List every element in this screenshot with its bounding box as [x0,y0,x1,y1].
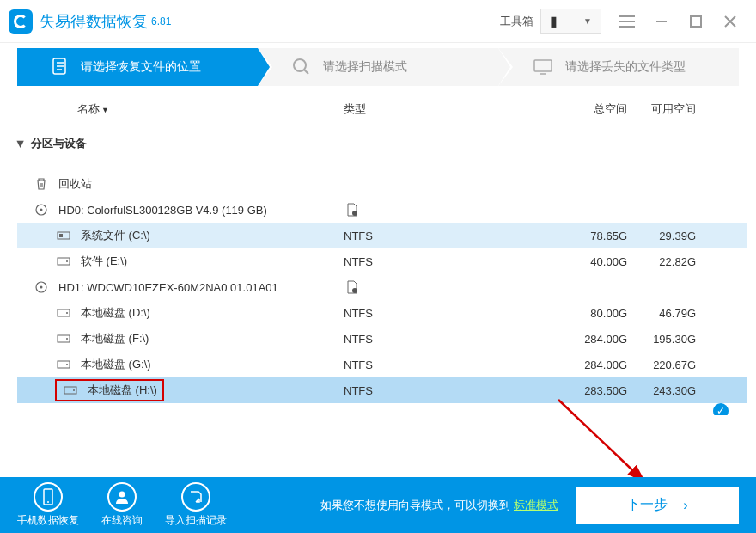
tree-row-g[interactable]: 本地磁盘 (G:\) NTFS 284.00G 220.67G [17,352,747,377]
chevron-down-icon: ▼ [583,16,592,26]
svg-point-2 [294,59,306,71]
svg-rect-0 [691,16,701,27]
user-dropdown[interactable]: ▮ ▼ [540,9,601,34]
col-name[interactable]: 名称▼ [17,101,344,117]
section-lost[interactable]: ▶ 丢失的分区 [17,408,747,415]
wizard-steps: 请选择恢复文件的位置 请选择扫描模式 请选择丢失的文件类型 [17,48,739,86]
titlebar: 失易得数据恢复 6.81 工具箱 ▮ ▼ [0,0,756,43]
caret-icon: ▶ [16,140,26,147]
phone-recovery-button[interactable]: 手机数据恢复 [17,482,79,528]
step-label: 请选择恢复文件的位置 [81,59,201,75]
step-location[interactable]: 请选择恢复文件的位置 [17,48,258,86]
disk-icon [33,279,50,296]
step-filetype[interactable]: 请选择丢失的文件类型 [498,48,739,86]
menu-button[interactable] [610,4,644,39]
drive-icon [55,356,72,373]
minimize-button[interactable] [644,4,679,39]
svg-point-10 [66,260,68,262]
hamburger-icon [619,15,635,28]
import-icon [181,482,210,512]
maximize-button[interactable] [679,4,713,39]
svg-point-5 [40,209,43,211]
tree-row-h-wrap: 本地磁盘 (H:\) NTFS 283.50G 243.30G ✓ [17,377,747,403]
partition-tree: ▶ 分区与设备 回收站 HD0: ColorfulSL300128GB V4.9… [0,126,756,415]
col-free[interactable]: 可用空间 [627,101,739,117]
search-icon [292,58,311,77]
bottom-bar: 手机数据恢复 在线咨询 导入扫描记录 如果您不想使用向导模式，可以切换到 标准模… [0,477,756,533]
svg-point-12 [40,286,43,289]
svg-point-17 [66,338,68,340]
tree-row-h[interactable]: 本地磁盘 (H:\) NTFS 283.50G 243.30G [17,377,747,403]
close-icon [724,15,736,28]
table-header: 名称▼ 类型 总空间 可用空间 [0,91,756,126]
svg-point-24 [119,492,125,498]
section-partitions[interactable]: ▶ 分区与设备 [17,130,747,157]
tree-row-f[interactable]: 本地磁盘 (F:\) NTFS 284.00G 195.30G [17,326,747,352]
import-scan-button[interactable]: 导入扫描记录 [165,482,227,528]
tree-row-recycle[interactable]: 回收站 [17,171,747,197]
drive-icon [55,304,72,322]
tree-row-d[interactable]: 本地磁盘 (D:\) NTFS 80.00G 46.79G [17,300,747,326]
system-drive-icon [55,227,72,244]
svg-point-6 [352,211,357,216]
step-label: 请选择丢失的文件类型 [565,59,686,75]
col-total[interactable]: 总空间 [515,101,627,117]
phone-icon [34,482,63,512]
tree-row-hd1[interactable]: HD1: WDCWD10EZEX-60M2NA0 01.01A01 [17,274,747,300]
document-icon [52,58,69,77]
drive-icon [55,253,72,270]
svg-point-13 [352,288,357,293]
mode-hint: 如果您不想使用向导模式，可以切换到 标准模式 [320,498,558,513]
step-scanmode[interactable]: 请选择扫描模式 [258,48,498,86]
minimize-icon [655,15,668,28]
drive-icon [33,157,50,171]
disk-icon [33,201,50,218]
monitor-icon [533,58,553,76]
drive-icon [62,382,79,399]
svg-point-19 [66,364,68,365]
file-icon [344,201,361,218]
maximize-icon [690,15,702,28]
check-icon: ✓ [713,403,729,415]
tree-row-hd0[interactable]: HD0: ColorfulSL300128GB V4.9 (119 GB) [17,197,747,223]
app-version: 6.81 [151,15,171,28]
trash-icon [33,175,50,193]
user-icon: ▮ [550,13,558,29]
step-label: 请选择扫描模式 [323,59,407,75]
standard-mode-link[interactable]: 标准模式 [514,499,558,512]
tree-row-hidden[interactable] [17,157,747,171]
tree-row-c[interactable]: 系统文件 (C:\) NTFS 78.65G 29.39G [17,223,747,248]
drive-icon [55,330,72,347]
file-icon [344,279,361,296]
app-title: 失易得数据恢复 [40,11,148,32]
svg-rect-8 [59,234,63,237]
user-icon [107,482,137,512]
svg-point-15 [66,312,68,314]
tree-row-e[interactable]: 软件 (E:\) NTFS 40.00G 22.82G [17,248,747,274]
sort-icon: ▼ [101,106,109,114]
svg-point-21 [73,389,75,391]
svg-rect-3 [534,60,552,71]
next-button[interactable]: 下一步 › [576,487,739,524]
app-logo [9,9,33,34]
chevron-right-icon: › [683,498,687,513]
toolbox-label[interactable]: 工具箱 [500,14,533,29]
svg-point-23 [47,501,49,503]
col-type[interactable]: 类型 [344,101,515,117]
close-button[interactable] [713,4,747,39]
online-support-button[interactable]: 在线咨询 [101,482,143,528]
highlight-box: 本地磁盘 (H:\) [55,379,164,401]
